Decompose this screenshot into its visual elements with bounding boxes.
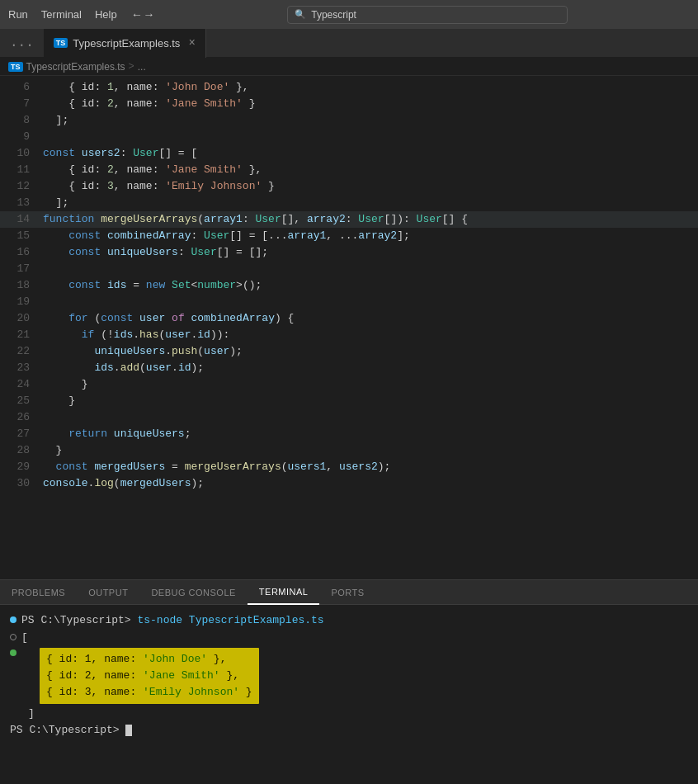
- code-line-30: 30console.log(mergedUsers);: [0, 475, 698, 492]
- code-line-9: 9: [0, 129, 698, 145]
- code-line-25: 25 }: [0, 393, 698, 409]
- line-content: const mergedUsers = mergeUserArrays(user…: [43, 459, 698, 475]
- line-content: { id: 3, name: 'Emily Johnson' }: [43, 178, 698, 195]
- line-content: { id: 2, name: 'Jane Smith' }: [43, 96, 698, 112]
- code-line-11: 11 { id: 2, name: 'Jane Smith' },: [0, 162, 698, 178]
- code-line-14: 14function mergeUserArrays(array1: User[…: [0, 211, 698, 228]
- line-number: 13: [0, 195, 43, 211]
- breadcrumb-ellipsis: ...: [138, 61, 146, 73]
- code-editor[interactable]: 6 { id: 1, name: 'John Doe' },7 { id: 2,…: [0, 76, 698, 579]
- terminal-prompt-text: PS C:\Typescript> ts-node TypescriptExam…: [21, 612, 324, 629]
- breadcrumb-ts-badge: TS: [8, 62, 23, 72]
- line-content: const ids = new Set<number>();: [43, 277, 698, 294]
- code-line-26: 26: [0, 409, 698, 426]
- panel-tabs: PROBLEMSOUTPUTDEBUG CONSOLETERMINALPORTS: [0, 580, 698, 605]
- line-content: if (!ids.has(user.id)):: [43, 327, 698, 343]
- code-line-8: 8 ];: [0, 112, 698, 129]
- code-line-23: 23 ids.add(user.id);: [0, 360, 698, 376]
- forward-arrow[interactable]: →: [145, 8, 152, 21]
- terminal-open-bracket: [: [21, 630, 28, 646]
- line-number: 8: [0, 112, 43, 129]
- line-number: 20: [0, 310, 43, 327]
- terminal-final-prompt-line: PS C:\Typescript>: [10, 722, 688, 739]
- line-content: { id: 2, name: 'Jane Smith' },: [43, 162, 698, 178]
- line-number: 22: [0, 343, 43, 360]
- panel-tab-output[interactable]: OUTPUT: [77, 580, 139, 605]
- tab-bar: ... TS TypescriptExamples.ts ×: [0, 29, 698, 58]
- nav-arrows: ← →: [134, 8, 153, 21]
- code-line-19: 19: [0, 294, 698, 310]
- line-number: 9: [0, 129, 43, 145]
- tab-filename: TypescriptExamples.ts: [73, 37, 180, 50]
- search-text: Typescript: [311, 9, 356, 21]
- ts-badge: TS: [54, 38, 68, 48]
- code-line-16: 16 const uniqueUsers: User[] = [];: [0, 244, 698, 261]
- line-content: const users2: User[] = [: [43, 145, 698, 162]
- bottom-panel: PROBLEMSOUTPUTDEBUG CONSOLETERMINALPORTS…: [0, 579, 698, 784]
- line-content: }: [43, 442, 698, 459]
- terminal-close-bracket-line: ]: [28, 706, 688, 722]
- line-number: 24: [0, 376, 43, 393]
- line-number: 14: [0, 211, 43, 228]
- line-number: 11: [0, 162, 43, 178]
- line-number: 23: [0, 360, 43, 376]
- line-content: for (const user of combinedArray) {: [43, 310, 698, 327]
- dots-menu[interactable]: ...: [0, 35, 44, 50]
- code-line-29: 29 const mergedUsers = mergeUserArrays(u…: [0, 459, 698, 475]
- line-number: 27: [0, 426, 43, 442]
- code-line-20: 20 for (const user of combinedArray) {: [0, 310, 698, 327]
- blue-dot-icon: [10, 616, 17, 623]
- line-content: [43, 261, 698, 277]
- line-number: 30: [0, 475, 43, 492]
- code-line-13: 13 ];: [0, 195, 698, 211]
- terminal-open-bracket-line: [: [10, 629, 688, 646]
- line-content: }: [43, 393, 698, 409]
- line-content: [43, 294, 698, 310]
- line-content: return uniqueUsers;: [43, 426, 698, 442]
- breadcrumb-sep: >: [129, 61, 134, 73]
- panel-tab-problems[interactable]: PROBLEMS: [0, 580, 77, 605]
- panel-tab-ports[interactable]: PORTS: [319, 580, 375, 605]
- panel-tab-debug-console[interactable]: DEBUG CONSOLE: [139, 580, 247, 605]
- line-number: 16: [0, 244, 43, 261]
- terminal-final-prompt: PS C:\Typescript>: [10, 722, 132, 739]
- tab-typescript-examples[interactable]: TS TypescriptExamples.ts ×: [44, 29, 206, 58]
- code-line-17: 17: [0, 261, 698, 277]
- line-content: uniqueUsers.push(user);: [43, 343, 698, 360]
- code-line-24: 24 }: [0, 376, 698, 393]
- terminal-content: PS C:\Typescript> ts-node TypescriptExam…: [0, 605, 698, 745]
- line-content: [43, 409, 698, 426]
- line-number: 15: [0, 228, 43, 244]
- line-number: 26: [0, 409, 43, 426]
- line-content: ];: [43, 195, 698, 211]
- code-line-10: 10const users2: User[] = [: [0, 145, 698, 162]
- line-number: 7: [0, 96, 43, 112]
- code-line-12: 12 { id: 3, name: 'Emily Johnson' }: [0, 178, 698, 195]
- code-line-22: 22 uniqueUsers.push(user);: [0, 343, 698, 360]
- panel-tab-terminal[interactable]: TERMINAL: [248, 580, 320, 605]
- line-number: 12: [0, 178, 43, 195]
- code-lines: 6 { id: 1, name: 'John Doe' },7 { id: 2,…: [0, 76, 698, 495]
- line-number: 28: [0, 442, 43, 459]
- line-number: 29: [0, 459, 43, 475]
- code-line-21: 21 if (!ids.has(user.id)):: [0, 327, 698, 343]
- line-number: 19: [0, 294, 43, 310]
- tab-close-button[interactable]: ×: [188, 36, 195, 50]
- menu-help[interactable]: Help: [95, 8, 117, 21]
- menu-terminal[interactable]: Terminal: [41, 8, 82, 21]
- line-content: const uniqueUsers: User[] = [];: [43, 244, 698, 261]
- line-content: { id: 1, name: 'John Doe' },: [43, 79, 698, 96]
- green-dot-icon: [10, 649, 17, 656]
- line-number: 10: [0, 145, 43, 162]
- line-content: console.log(mergedUsers);: [43, 475, 698, 492]
- back-arrow[interactable]: ←: [134, 8, 140, 21]
- breadcrumb-file[interactable]: TypescriptExamples.ts: [26, 61, 125, 73]
- search-bar[interactable]: 🔍 Typescript: [287, 6, 568, 24]
- line-number: 18: [0, 277, 43, 294]
- menu-run[interactable]: Run: [8, 8, 28, 21]
- line-content: function mergeUserArrays(array1: User[],…: [43, 211, 698, 228]
- code-line-7: 7 { id: 2, name: 'Jane Smith' }: [0, 96, 698, 112]
- empty-circle-icon: [10, 634, 17, 640]
- terminal-output-box: { id: 1, name: 'John Doe' }, { id: 2, na…: [40, 648, 259, 704]
- menu-bar: Run Terminal Help: [8, 8, 117, 21]
